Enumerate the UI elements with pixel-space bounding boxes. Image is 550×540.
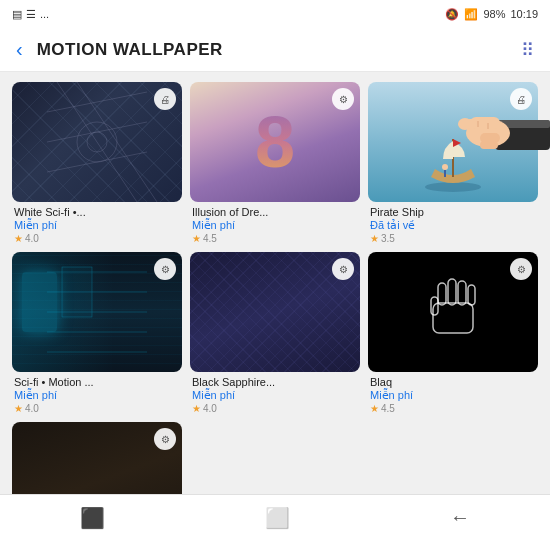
thumb-badge-sapphire: ⚙	[332, 258, 354, 280]
back-nav-button[interactable]: ←	[430, 498, 490, 537]
thumb-badge-dark: ⚙	[154, 428, 176, 450]
star-icon: ★	[14, 233, 23, 244]
star-icon: ★	[192, 403, 201, 414]
star-icon: ★	[14, 403, 23, 414]
wallpaper-item-scifi2[interactable]: ⚙ Sci-fi • Motion ... Miễn phí ★ 4.0	[12, 252, 182, 414]
wallpaper-item-scifi[interactable]: 🖨 White Sci-fi •... Miễn phí ★ 4.0	[12, 82, 182, 244]
thumb-badge-blaq: ⚙	[510, 258, 532, 280]
svg-rect-27	[438, 283, 446, 305]
svg-rect-29	[458, 281, 466, 305]
recent-apps-button[interactable]: ⬛	[60, 498, 125, 538]
wallpaper-price-sapphire: Miễn phí	[192, 389, 358, 402]
thumb-badge-scifi2: ⚙	[154, 258, 176, 280]
thumb-badge-illusion: ⚙	[332, 88, 354, 110]
wallpaper-grid: 🖨 White Sci-fi •... Miễn phí ★ 4.0 8 ⚙ I…	[12, 82, 538, 494]
status-icon-2: ☰	[26, 8, 36, 21]
thumb-badge-pirate: 🖨	[510, 88, 532, 110]
wallpaper-info-blaq: Blaq Miễn phí ★ 4.5	[368, 376, 538, 414]
svg-point-19	[442, 164, 448, 170]
wallpaper-name-scifi: White Sci-fi •...	[14, 206, 180, 218]
wallpaper-price-blaq: Miễn phí	[370, 389, 536, 402]
header: ‹ MOTION WALLPAPER ⠿	[0, 28, 550, 72]
wallpaper-thumb-scifi2: ⚙	[12, 252, 182, 372]
wallpaper-price-scifi: Miễn phí	[14, 219, 180, 232]
wallpaper-thumb-dark: ⚙	[12, 422, 182, 494]
bottom-nav: ⬛ ⬜ ←	[0, 494, 550, 540]
wallpaper-info-sapphire: Black Sapphire... Miễn phí ★ 4.0	[190, 376, 360, 414]
wallpaper-item-dark[interactable]: ⚙ Dark... Miễn phí ★ 4.0	[12, 422, 182, 494]
mute-icon: 🔕	[445, 8, 459, 21]
wallpaper-item-pirate[interactable]: 🖨 Pirate Ship Đã tải về ★ 3.5	[368, 82, 538, 244]
wallpaper-rating-scifi: ★ 4.0	[14, 233, 180, 244]
wallpaper-price-scifi2: Miễn phí	[14, 389, 180, 402]
wallpaper-item-illusion[interactable]: 8 ⚙ Illusion of Dre... Miễn phí ★ 4.5	[190, 82, 360, 244]
wallpaper-rating-scifi2: ★ 4.0	[14, 403, 180, 414]
wallpaper-rating-illusion: ★ 4.5	[192, 233, 358, 244]
wallpaper-thumb-sapphire: ⚙	[190, 252, 360, 372]
grid-view-button[interactable]: ⠿	[517, 35, 538, 65]
status-left-icons: ▤ ☰ ...	[12, 8, 49, 21]
wallpaper-rating-sapphire: ★ 4.0	[192, 403, 358, 414]
wallpaper-rating-pirate: ★ 3.5	[370, 233, 536, 244]
wallpaper-name-scifi2: Sci-fi • Motion ...	[14, 376, 180, 388]
wallpaper-info-scifi2: Sci-fi • Motion ... Miễn phí ★ 4.0	[12, 376, 182, 414]
wallpaper-info-pirate: Pirate Ship Đã tải về ★ 3.5	[368, 206, 538, 244]
svg-point-17	[425, 182, 481, 192]
eight-graphic: 8	[255, 106, 295, 178]
wallpaper-item-sapphire[interactable]: ⚙ Black Sapphire... Miễn phí ★ 4.0	[190, 252, 360, 414]
star-icon: ★	[370, 403, 379, 414]
svg-rect-32	[433, 303, 473, 333]
wallpaper-name-pirate: Pirate Ship	[370, 206, 536, 218]
thumb-badge-scifi: 🖨	[154, 88, 176, 110]
battery-text: 98%	[483, 8, 505, 20]
wallpaper-price-illusion: Miễn phí	[192, 219, 358, 232]
pirate-ship-svg	[423, 129, 483, 194]
wallpaper-price-pirate: Đã tải về	[370, 219, 536, 232]
signal-icon: 📶	[464, 8, 478, 21]
wallpaper-content: 🖨 White Sci-fi •... Miễn phí ★ 4.0 8 ⚙ I…	[0, 72, 550, 494]
wallpaper-thumb-illusion: 8 ⚙	[190, 82, 360, 202]
time-display: 10:19	[510, 8, 538, 20]
svg-rect-28	[448, 279, 456, 305]
wallpaper-name-blaq: Blaq	[370, 376, 536, 388]
star-icon: ★	[370, 233, 379, 244]
status-ellipsis: ...	[40, 8, 49, 20]
hand-outline-svg	[423, 275, 483, 350]
wallpaper-rating-blaq: ★ 4.5	[370, 403, 536, 414]
svg-line-10	[57, 82, 137, 202]
status-icon-1: ▤	[12, 8, 22, 21]
status-bar: ▤ ☰ ... 🔕 📶 98% 10:19	[0, 0, 550, 28]
star-icon: ★	[192, 233, 201, 244]
svg-line-12	[47, 92, 147, 112]
back-button[interactable]: ‹	[12, 34, 27, 65]
svg-rect-26	[62, 267, 92, 317]
wallpaper-info-scifi: White Sci-fi •... Miễn phí ★ 4.0	[12, 206, 182, 244]
wallpaper-info-illusion: Illusion of Dre... Miễn phí ★ 4.5	[190, 206, 360, 244]
wallpaper-name-sapphire: Black Sapphire...	[192, 376, 358, 388]
status-right: 🔕 📶 98% 10:19	[445, 8, 538, 21]
wallpaper-thumb-scifi: 🖨	[12, 82, 182, 202]
wallpaper-name-illusion: Illusion of Dre...	[192, 206, 358, 218]
wallpaper-item-blaq[interactable]: ⚙ Blaq Miễn phí ★ 4.5	[368, 252, 538, 414]
home-button[interactable]: ⬜	[245, 498, 310, 538]
page-title: MOTION WALLPAPER	[37, 40, 517, 60]
svg-rect-30	[468, 285, 475, 305]
wallpaper-thumb-pirate: 🖨	[368, 82, 538, 202]
wallpaper-thumb-blaq: ⚙	[368, 252, 538, 372]
